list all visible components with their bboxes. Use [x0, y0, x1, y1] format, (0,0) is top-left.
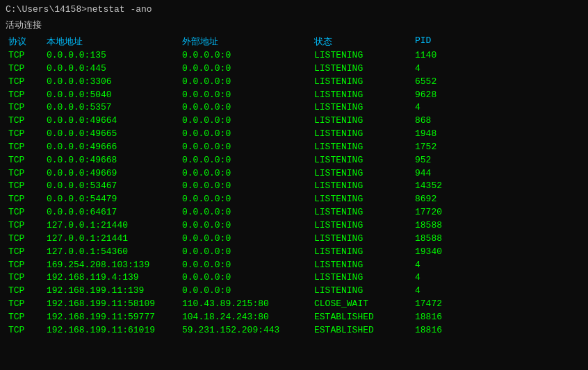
cell-foreign: 0.0.0.0:0: [182, 180, 314, 193]
table-row: TCP 0.0.0.0:3306 0.0.0.0:0 LISTENING 655…: [6, 76, 582, 89]
cell-pid: 18588: [415, 219, 471, 233]
cell-proto: TCP: [8, 180, 47, 193]
cell-pid: 14352: [415, 180, 471, 193]
header-proto: 协议: [8, 35, 47, 48]
cell-state: LISTENING: [314, 89, 415, 102]
cell-foreign: 110.43.89.215:80: [182, 298, 314, 311]
header-pid: PID: [415, 35, 471, 48]
cell-state: CLOSE_WAIT: [314, 298, 415, 311]
cell-pid: 4: [415, 62, 471, 76]
cell-state: LISTENING: [314, 246, 415, 259]
cell-state: LISTENING: [314, 206, 415, 219]
cell-local: 127.0.0.1:21440: [47, 219, 182, 233]
cell-foreign: 0.0.0.0:0: [182, 101, 314, 115]
cell-foreign: 0.0.0.0:0: [182, 154, 314, 167]
cell-proto: TCP: [8, 89, 47, 102]
table-row: TCP 192.168.199.11:61019 59.231.152.209:…: [6, 324, 582, 337]
cell-proto: TCP: [8, 206, 47, 219]
cell-local: 0.0.0.0:49668: [47, 154, 182, 167]
cell-pid: 17472: [415, 298, 471, 311]
cell-pid: 1140: [415, 49, 471, 62]
cell-state: LISTENING: [314, 141, 415, 154]
table-row: TCP 127.0.0.1:21440 0.0.0.0:0 LISTENING …: [6, 219, 582, 233]
cell-state: LISTENING: [314, 62, 415, 76]
cell-state: LISTENING: [314, 180, 415, 193]
table-row: TCP 0.0.0.0:135 0.0.0.0:0 LISTENING 1140: [6, 49, 582, 62]
cell-proto: TCP: [8, 141, 47, 154]
cell-pid: 18816: [415, 324, 471, 337]
table-row: TCP 0.0.0.0:49669 0.0.0.0:0 LISTENING 94…: [6, 167, 582, 180]
table-header: 协议 本地地址 外部地址 状态 PID: [6, 35, 582, 48]
cell-foreign: 0.0.0.0:0: [182, 271, 314, 285]
cell-proto: TCP: [8, 246, 47, 259]
cell-proto: TCP: [8, 167, 47, 180]
cell-pid: 4: [415, 271, 471, 285]
cell-proto: TCP: [8, 115, 47, 128]
cell-state: LISTENING: [314, 115, 415, 128]
cell-proto: TCP: [8, 298, 47, 311]
cell-foreign: 0.0.0.0:0: [182, 206, 314, 219]
cell-proto: TCP: [8, 324, 47, 337]
cell-foreign: 0.0.0.0:0: [182, 233, 314, 246]
cell-local: 192.168.199.11:139: [47, 285, 182, 298]
cell-state: LISTENING: [314, 285, 415, 298]
cell-state: LISTENING: [314, 271, 415, 285]
cell-local: 192.168.119.4:139: [47, 271, 182, 285]
cell-proto: TCP: [8, 154, 47, 167]
table-row: TCP 0.0.0.0:5357 0.0.0.0:0 LISTENING 4: [6, 101, 582, 115]
cell-local: 0.0.0.0:445: [47, 62, 182, 76]
cell-local: 169.254.208.103:139: [47, 259, 182, 272]
cell-proto: TCP: [8, 49, 47, 62]
cell-proto: TCP: [8, 76, 47, 89]
cell-foreign: 0.0.0.0:0: [182, 141, 314, 154]
cell-pid: 9628: [415, 89, 471, 102]
table-row: TCP 0.0.0.0:49664 0.0.0.0:0 LISTENING 86…: [6, 115, 582, 128]
cell-state: LISTENING: [314, 167, 415, 180]
cell-local: 0.0.0.0:49664: [47, 115, 182, 128]
cell-state: LISTENING: [314, 233, 415, 246]
cell-proto: TCP: [8, 101, 47, 115]
table-row: TCP 127.0.0.1:21441 0.0.0.0:0 LISTENING …: [6, 233, 582, 246]
table-row: TCP 0.0.0.0:53467 0.0.0.0:0 LISTENING 14…: [6, 180, 582, 193]
cell-foreign: 0.0.0.0:0: [182, 76, 314, 89]
table-row: TCP 169.254.208.103:139 0.0.0.0:0 LISTEN…: [6, 259, 582, 272]
cell-local: 0.0.0.0:53467: [47, 180, 182, 193]
cell-local: 127.0.0.1:21441: [47, 233, 182, 246]
cell-local: 192.168.199.11:58109: [47, 298, 182, 311]
table-row: TCP 0.0.0.0:445 0.0.0.0:0 LISTENING 4: [6, 62, 582, 76]
command-line: C:\Users\14158>netstat -ano: [6, 4, 582, 15]
cell-foreign: 0.0.0.0:0: [182, 49, 314, 62]
cell-foreign: 0.0.0.0:0: [182, 115, 314, 128]
cell-local: 192.168.199.11:59777: [47, 311, 182, 324]
cell-local: 127.0.0.1:54360: [47, 246, 182, 259]
cell-pid: 17720: [415, 206, 471, 219]
cell-pid: 6552: [415, 76, 471, 89]
header-local: 本地地址: [47, 35, 182, 48]
cell-proto: TCP: [8, 193, 47, 206]
cell-foreign: 0.0.0.0:0: [182, 285, 314, 298]
cell-state: ESTABLISHED: [314, 311, 415, 324]
cell-foreign: 0.0.0.0:0: [182, 193, 314, 206]
cell-foreign: 0.0.0.0:0: [182, 62, 314, 76]
cell-pid: 18816: [415, 311, 471, 324]
cell-local: 0.0.0.0:5040: [47, 89, 182, 102]
table-row: TCP 192.168.199.11:59777 104.18.24.243:8…: [6, 311, 582, 324]
cell-pid: 19340: [415, 246, 471, 259]
cell-foreign: 0.0.0.0:0: [182, 128, 314, 141]
table-row: TCP 0.0.0.0:64617 0.0.0.0:0 LISTENING 17…: [6, 206, 582, 219]
table-row: TCP 0.0.0.0:54479 0.0.0.0:0 LISTENING 86…: [6, 193, 582, 206]
cell-state: LISTENING: [314, 219, 415, 233]
cell-pid: 4: [415, 285, 471, 298]
section-title: 活动连接: [6, 19, 582, 31]
cell-proto: TCP: [8, 271, 47, 285]
cell-foreign: 0.0.0.0:0: [182, 167, 314, 180]
cell-foreign: 0.0.0.0:0: [182, 89, 314, 102]
cell-local: 0.0.0.0:64617: [47, 206, 182, 219]
cell-proto: TCP: [8, 233, 47, 246]
cell-foreign: 0.0.0.0:0: [182, 259, 314, 272]
cell-pid: 952: [415, 154, 471, 167]
cell-local: 0.0.0.0:54479: [47, 193, 182, 206]
cell-pid: 1752: [415, 141, 471, 154]
cell-local: 0.0.0.0:3306: [47, 76, 182, 89]
cell-local: 192.168.199.11:61019: [47, 324, 182, 337]
